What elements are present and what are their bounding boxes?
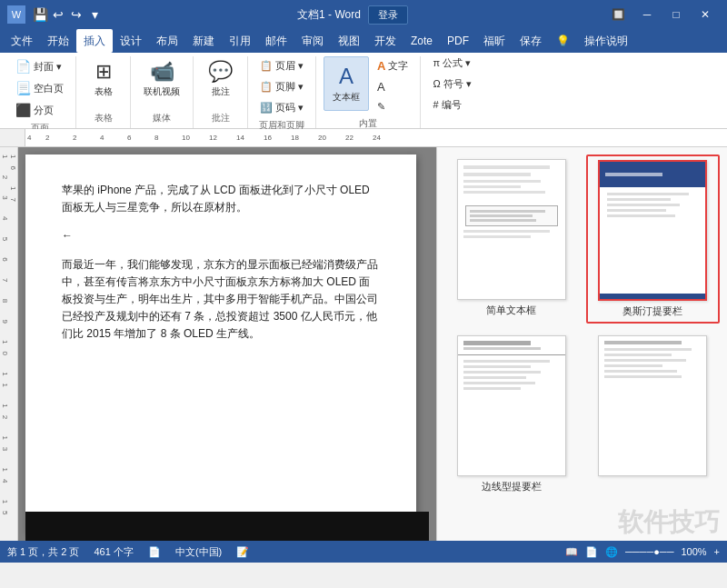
number-btn[interactable]: # 编号 [428,95,475,115]
ribbon-group-comment: 💬 批注 批注 [194,56,248,128]
wordart-btn[interactable]: A 文字 [373,56,413,75]
menu-file[interactable]: 文件 [4,29,40,53]
comment-group-label: 批注 [212,112,230,125]
menu-mail[interactable]: 邮件 [258,29,294,53]
online-video-btn[interactable]: 📹 联机视频 [138,56,185,102]
ribbon-group-page: 📄 封面 ▾ 📃 空白页 ⬛ 分页 页面 [4,56,76,128]
signature-btn[interactable]: ✎ [373,98,413,115]
menu-layout[interactable]: 布局 [149,29,185,53]
footer-btn[interactable]: 📋 页脚 ▾ [255,77,308,96]
main-area: 1 2 3 4 5 6 7 8 9 10 11 12 13 14 15 16 1… [0,147,727,541]
table-group-label: 表格 [95,112,113,125]
textbox-btn[interactable]: A 文本框 [324,56,369,111]
menu-bar: 文件 开始 插入 设计 布局 新建 引用 邮件 审阅 视图 开发 Zote PD… [0,29,727,53]
window-controls: 🔲 ─ □ ✕ [603,0,720,29]
comment-btn[interactable]: 💬 批注 [203,56,239,102]
menu-design[interactable]: 设计 [113,29,149,53]
paragraph-1: 苹果的 iPhone 产品，完成了从 LCD 面板进化到了小尺寸 OLED 面板… [62,182,380,216]
blank-page-btn[interactable]: 📃 空白页 [11,78,68,98]
arrow-line: ← [62,227,380,244]
footer-icon: 📋 [260,81,273,93]
template-picker-panel: 简单文本框 奥斯汀提要栏 [436,147,727,541]
undo-btn[interactable]: ↩ [51,7,65,22]
view-mode-web[interactable]: 🌐 [605,546,618,558]
view-mode-read[interactable]: 📖 [565,546,578,558]
media-group-items: 📹 联机视频 [138,56,185,110]
menu-review[interactable]: 审阅 [294,29,331,53]
menu-references[interactable]: 引用 [222,29,258,53]
menu-zote[interactable]: Zote [403,29,440,53]
menu-help-icon[interactable]: 💡 [549,29,577,53]
number-icon: # [433,99,438,110]
ruler-corner [0,129,25,146]
page-break-btn[interactable]: ⬛ 分页 [11,100,68,120]
symbol-btn[interactable]: Ω 符号 ▾ [428,75,475,94]
header-footer-group-items: 📋 页眉 ▾ 📋 页脚 ▾ 🔢 页码 ▾ [255,56,308,117]
page-number-icon: 🔢 [260,102,273,114]
zoom-percent: 100% [681,546,706,557]
title-bar-left: W 💾 ↩ ↪ ▾ [7,5,102,24]
wordart-icon: A [377,59,385,73]
save-quick-btn[interactable]: 💾 [33,7,47,22]
menu-home[interactable]: 开始 [40,29,76,53]
input-status: 📄 [148,546,161,558]
builtin-group-label: 内置 [359,117,377,130]
minimize-btn[interactable]: ─ [632,0,662,29]
status-bar: 第 1 页，共 2 页 461 个字 📄 中文(中国) 📝 📖 📄 🌐 ────… [0,541,727,563]
header-icon: 📋 [260,60,273,72]
page-number-btn[interactable]: 🔢 页码 ▾ [255,98,308,117]
ruler-main: 4 2 2 4 6 8 10 12 14 16 18 20 22 24 [25,129,727,146]
menu-foxit[interactable]: 福昕 [476,29,513,53]
watermark-text: 软件技巧 [444,505,720,540]
document-page: 苹果的 iPhone 产品，完成了从 LCD 面板进化到了小尺寸 OLED 面板… [25,154,416,533]
ribbon-group-builtin: A 文本框 A 文字 A ✎ 内置 [316,56,421,128]
menu-pdf[interactable]: PDF [440,29,476,53]
table-icon: ⊞ [95,60,112,84]
table-group-items: ⊞ 表格 [85,56,122,110]
doc-black-bar [25,512,416,533]
menu-new[interactable]: 新建 [185,29,222,53]
template-austin-label: 奥斯汀提要栏 [622,304,682,318]
close-btn[interactable]: ✕ [691,0,720,29]
quick-access-toolbar: 💾 ↩ ↪ ▾ [33,7,102,22]
login-button[interactable]: 登录 [368,5,408,25]
left-ruler: 1 2 3 4 5 6 7 8 9 10 11 12 13 14 15 16 1… [0,147,18,541]
symbol-icon: Ω [433,78,440,89]
page-break-icon: ⬛ [15,103,31,117]
menu-view[interactable]: 视图 [331,29,367,53]
template-thumb-fourth [598,335,707,476]
builtin-group-items: A 文本框 A 文字 A ✎ [324,56,413,115]
zoom-slider[interactable]: ────●── [625,546,673,557]
formula-group-items: π 公式 ▾ Ω 符号 ▾ # 编号 [428,56,475,123]
redo-btn[interactable]: ↪ [69,7,84,22]
menu-insert[interactable]: 插入 [76,29,113,53]
view-mode-print[interactable]: 📄 [585,546,598,558]
dropcap-icon: A [377,80,385,94]
template-border-sidebar[interactable]: 边线型提要栏 [444,331,579,498]
zoom-in-btn[interactable]: + [714,546,720,557]
customize-btn[interactable]: ▾ [87,7,102,22]
signature-icon: ✎ [377,101,385,113]
ribbon-group-header-footer: 📋 页眉 ▾ 📋 页脚 ▾ 🔢 页码 ▾ 页眉和页脚 [248,56,316,128]
paragraph-2: 而最近一年，我们能够发现，京东方的显示面板已经端消费级产品中，甚至有传言将京东方… [62,256,380,344]
watermark-container: 软件技巧 [444,505,720,540]
formula-btn[interactable]: π 公式 ▾ [428,54,475,73]
ribbon-collapse-btn[interactable]: 🔲 [603,0,632,29]
menu-tips[interactable]: 操作说明 [577,29,635,53]
menu-save[interactable]: 保存 [513,29,549,53]
dropcap-btn[interactable]: A [373,77,413,96]
template-fourth[interactable] [586,331,721,498]
table-btn[interactable]: ⊞ 表格 [85,56,122,102]
comment-icon: 💬 [208,60,233,84]
template-simple-label: 简单文本框 [486,304,536,317]
maximize-btn[interactable]: □ [662,0,691,29]
word-count: 461 个字 [94,545,133,559]
ribbon-group-formula: π 公式 ▾ Ω 符号 ▾ # 编号 [421,56,483,128]
header-btn[interactable]: 📋 页眉 ▾ [255,56,308,75]
menu-developer[interactable]: 开发 [367,29,403,53]
template-austin-sidebar[interactable]: 奥斯汀提要栏 [586,154,721,324]
doc-area: 苹果的 iPhone 产品，完成了从 LCD 面板进化到了小尺寸 OLED 面板… [18,147,436,541]
cover-page-btn[interactable]: 📄 封面 ▾ [11,56,68,76]
template-simple-textbox[interactable]: 简单文本框 [444,154,579,324]
template-thumb-border [457,335,566,476]
